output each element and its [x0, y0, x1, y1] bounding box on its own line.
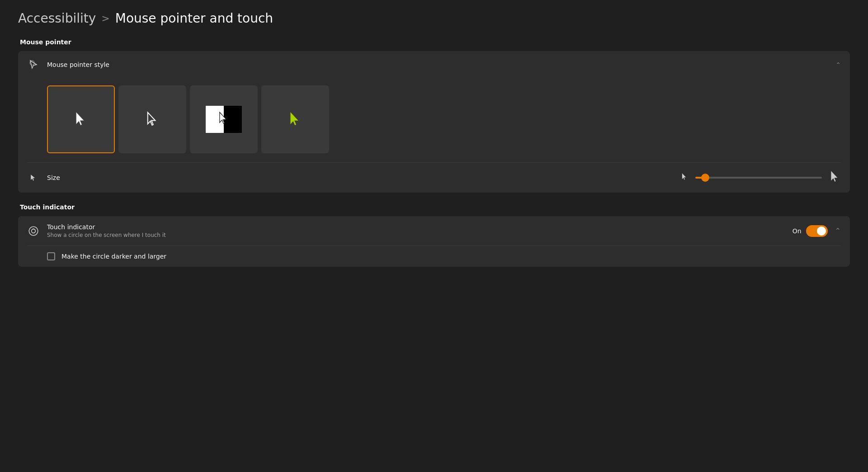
- touch-circle-label: Make the circle darker and larger: [61, 253, 166, 260]
- pointer-option-green[interactable]: [261, 85, 329, 153]
- mouse-pointer-style-label: Mouse pointer style: [47, 61, 835, 68]
- mouse-pointer-card: Mouse pointer style ⌃: [18, 51, 850, 193]
- touch-circle-checkbox[interactable]: [47, 252, 55, 260]
- size-large-cursor-icon: [829, 170, 841, 185]
- size-slider[interactable]: [695, 177, 822, 179]
- touch-indicator-title: Touch indicator: [47, 223, 166, 231]
- touch-row-content: Touch indicator Show a circle on the scr…: [47, 223, 166, 238]
- touch-indicator-icon: [27, 225, 40, 237]
- mouse-pointer-style-icon: [27, 58, 40, 71]
- pointer-option-outline[interactable]: [118, 85, 186, 153]
- size-label: Size: [47, 174, 681, 181]
- size-icon: [27, 171, 40, 184]
- svg-point-2: [32, 229, 36, 233]
- touch-indicator-section-header: Touch indicator: [18, 203, 850, 211]
- mouse-pointer-style-row[interactable]: Mouse pointer style ⌃: [18, 51, 850, 78]
- touch-toggle[interactable]: [806, 225, 828, 237]
- mouse-pointer-section-header: Mouse pointer: [18, 38, 850, 46]
- touch-indicator-card: Touch indicator Show a circle on the scr…: [18, 216, 850, 267]
- touch-toggle-chevron[interactable]: ⌃: [835, 227, 841, 235]
- touch-circle-option-row: Make the circle darker and larger: [18, 246, 850, 267]
- svg-point-1: [29, 227, 38, 236]
- size-controls: [681, 170, 841, 185]
- touch-toggle-container: On ⌃: [793, 225, 841, 237]
- size-small-cursor-icon: [681, 173, 688, 183]
- breadcrumb-parent[interactable]: Accessibility: [18, 11, 96, 26]
- touch-indicator-section: Touch indicator Touch indicator Show a c…: [18, 203, 850, 267]
- breadcrumb-separator: >: [101, 13, 109, 24]
- size-slider-container: [695, 177, 822, 179]
- touch-indicator-row: Touch indicator Show a circle on the scr…: [18, 216, 850, 245]
- mouse-pointer-style-chevron[interactable]: ⌃: [835, 61, 841, 68]
- breadcrumb-current: Mouse pointer and touch: [115, 11, 273, 26]
- size-row: Size: [18, 163, 850, 193]
- pointer-styles-container: [18, 78, 850, 162]
- pointer-option-black-white[interactable]: [190, 85, 258, 153]
- touch-toggle-slider: [806, 225, 828, 237]
- touch-toggle-label: On: [793, 227, 802, 235]
- breadcrumb: Accessibility > Mouse pointer and touch: [18, 11, 850, 26]
- touch-indicator-desc: Show a circle on the screen where I touc…: [47, 232, 166, 238]
- pointer-option-white[interactable]: [47, 85, 115, 153]
